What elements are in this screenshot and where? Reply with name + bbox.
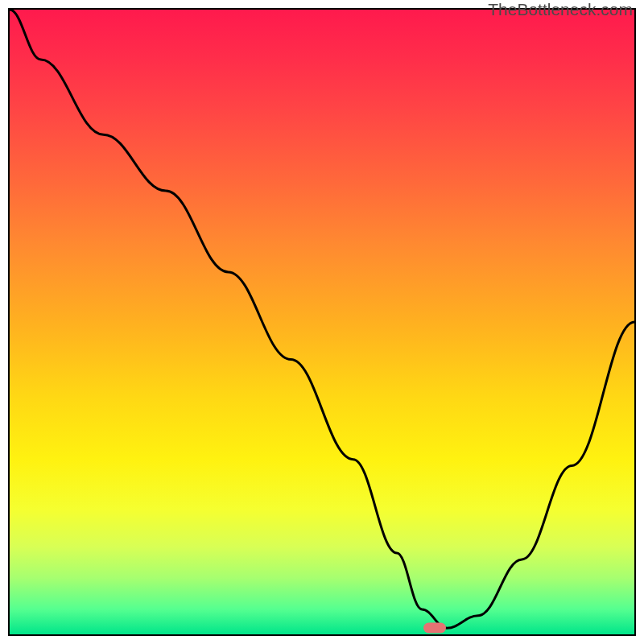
curve-path — [10, 10, 634, 628]
watermark-text: TheBottleneck.com — [488, 0, 633, 19]
optimum-marker — [423, 623, 446, 634]
bottleneck-curve — [10, 10, 634, 634]
chart-container: TheBottleneck.com — [0, 0, 644, 644]
plot-area — [8, 8, 636, 636]
